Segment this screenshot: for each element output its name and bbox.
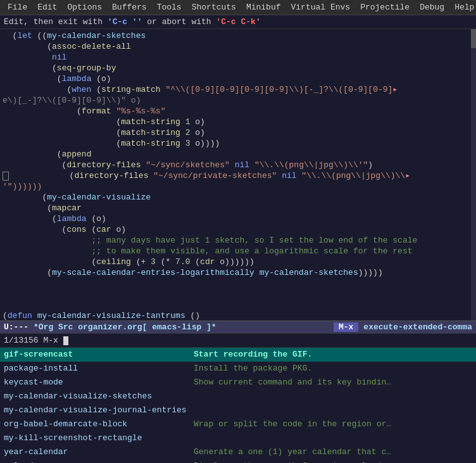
menu-tools[interactable]: Tools xyxy=(152,1,187,13)
code-line-21: ;; to make them visible, and use a logar… xyxy=(0,246,476,257)
comp-desc-1: Install the package PKG. xyxy=(194,363,472,374)
menu-debug[interactable]: Debug xyxy=(415,1,449,13)
menu-buffers[interactable]: Buffers xyxy=(107,1,152,13)
completion-row-5[interactable]: org-babel-demarcate-block Wrap or split … xyxy=(0,417,476,431)
menu-shortcuts[interactable]: Shortcuts xyxy=(187,1,241,13)
menu-options[interactable]: Options xyxy=(62,1,107,13)
comp-desc-3 xyxy=(194,391,472,402)
code-line-25: (defun my-calendar-visualize-tantrums () xyxy=(0,310,476,320)
code-line-14: (directory-files "~/sync/private-sketche… xyxy=(0,170,476,181)
code-line-5: (lambda (o) xyxy=(0,73,476,84)
menu-help[interactable]: Help xyxy=(449,1,476,13)
minibuf-cursor xyxy=(63,336,68,345)
comp-desc-7: Generate a one (1) year calendar that c… xyxy=(194,447,472,458)
menu-bar: File Edit Options Buffers Tools Shortcut… xyxy=(0,0,476,15)
comp-name-5[interactable]: org-babel-demarcate-block xyxy=(4,419,194,430)
comp-desc-5: Wrap or split the code in the region or… xyxy=(194,419,472,430)
comp-desc-6 xyxy=(194,433,472,444)
comp-desc-4 xyxy=(194,405,472,416)
code-line-18: (lambda (o) xyxy=(0,213,476,224)
code-editor: (let ((my-calendar-sketches (assoc-delet… xyxy=(0,29,476,320)
minibuf: 1/13156 M-x xyxy=(0,333,476,347)
code-line-16: (my-calendar-visualize xyxy=(0,192,476,203)
comp-name-6[interactable]: my-kill-screenshot-rectangle xyxy=(4,433,194,444)
header-key2: 'C-c C-k' xyxy=(216,17,260,27)
code-line-23: (my-scale-calendar-entries-logarithmical… xyxy=(0,267,476,278)
mode-command: execute-extended-comma xyxy=(363,322,472,332)
completion-row-2[interactable]: keycast-mode Show current command and it… xyxy=(0,376,476,390)
completion-row-0[interactable]: gif-screencast Start recording the GIF. xyxy=(0,348,476,362)
completion-row-6[interactable]: my-kill-screenshot-rectangle xyxy=(0,431,476,445)
code-line-8: (format "%s-%s-%s" xyxy=(0,106,476,117)
code-line-4: (seq-group-by xyxy=(0,63,476,73)
completion-row-4[interactable]: my-calendar-visualize-journal-entries xyxy=(0,403,476,417)
comp-desc-2: Show current command and its key bindin… xyxy=(194,377,472,388)
completion-row-8[interactable]: calendar Display a three-month Gregorian… xyxy=(0,459,476,463)
menu-virtual-envs[interactable]: Virtual Envs xyxy=(286,1,356,13)
header-message: Edit, then exit with 'C-c '' or abort wi… xyxy=(0,15,476,29)
scrollbar-thumb[interactable] xyxy=(471,29,476,48)
code-line-15: '")))))) xyxy=(0,181,476,192)
code-line-9: (match-string 1 o) xyxy=(0,117,476,127)
completion-row-3[interactable]: my-calendar-visualize-sketches xyxy=(0,390,476,403)
header-middle: or abort with xyxy=(142,17,216,27)
code-line-24 xyxy=(0,278,476,310)
completion-row-1[interactable]: package-install Install the package PKG. xyxy=(0,362,476,376)
mode-indicator: M-x xyxy=(334,322,358,332)
code-line-17: (mapcar xyxy=(0,203,476,213)
menu-file[interactable]: File xyxy=(3,1,32,13)
comp-name-8[interactable]: calendar xyxy=(4,460,194,463)
comp-name-7[interactable]: year-calendar xyxy=(4,447,194,458)
header-prefix: Edit, then exit with xyxy=(4,17,108,27)
comp-desc-8: Display a three-month Gregorian calenda… xyxy=(194,460,472,463)
completion-row-7[interactable]: year-calendar Generate a one (1) year ca… xyxy=(0,445,476,459)
mode-line: U:--- *Org Src organizer.org[ emacs-lisp… xyxy=(0,320,476,333)
code-line-22: (ceiling (+ 3 (* 7.0 (cdr o)))))) xyxy=(0,257,476,267)
menu-minibuf[interactable]: Minibuf xyxy=(241,1,286,13)
code-line-20: ;; many days have just 1 sketch, so I se… xyxy=(0,235,476,246)
menu-projectile[interactable]: Projectile xyxy=(355,1,415,13)
comp-desc-0: Start recording the GIF. xyxy=(194,349,472,360)
code-line-10: (match-string 2 o) xyxy=(0,127,476,138)
code-line-13: (directory-files "~/sync/sketches" nil "… xyxy=(0,160,476,170)
comp-name-1[interactable]: package-install xyxy=(4,363,194,374)
code-line-11: (match-string 3 o)))) xyxy=(0,138,476,149)
mode-buffer-name: *Org Src organizer.org[ emacs-lisp ]* xyxy=(34,322,216,332)
comp-name-2[interactable]: keycast-mode xyxy=(4,377,194,388)
comp-name-3[interactable]: my-calendar-visualize-sketches xyxy=(4,391,194,402)
code-line-3: nil xyxy=(0,52,476,63)
minibuf-prompt: 1/13156 M-x xyxy=(4,336,63,345)
code-line-7: e\)[_-]?\\([0-9][0-9]\\)" o) xyxy=(0,95,476,106)
menu-edit[interactable]: Edit xyxy=(32,1,62,13)
mode-status: U:--- xyxy=(4,322,28,332)
code-line-2: (assoc-delete-all xyxy=(0,41,476,52)
comp-name-0[interactable]: gif-screencast xyxy=(4,349,194,360)
code-line-12: (append xyxy=(0,149,476,160)
comp-name-4[interactable]: my-calendar-visualize-journal-entries xyxy=(4,405,194,416)
header-key1: 'C-c '' xyxy=(108,17,142,27)
code-line-6: (when (string-match "^\\([0-9][0-9][0-9]… xyxy=(0,84,476,95)
completion-list: gif-screencast Start recording the GIF. … xyxy=(0,347,476,463)
code-line-19: (cons (car o) xyxy=(0,224,476,235)
code-line-1: (let ((my-calendar-sketches xyxy=(0,30,476,41)
scrollbar-track[interactable] xyxy=(471,29,476,320)
